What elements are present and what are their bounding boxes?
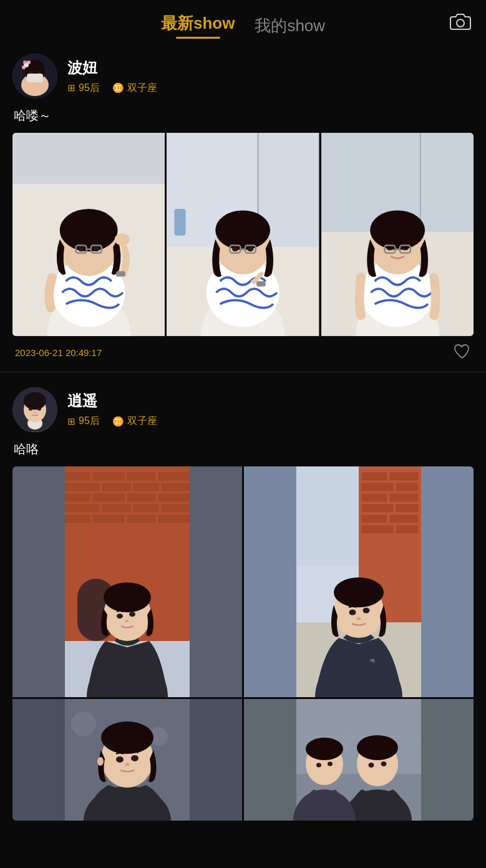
gemini-icon-1: ♊ xyxy=(112,82,124,94)
svg-point-158 xyxy=(328,761,333,766)
svg-rect-88 xyxy=(65,515,90,523)
post-card-2: 逍遥 ⊞ 95后 ♊ 双子座 哈咯 xyxy=(0,372,486,821)
photo-2-3[interactable] xyxy=(12,699,242,821)
svg-point-151 xyxy=(381,761,387,766)
svg-point-149 xyxy=(357,735,398,760)
svg-rect-109 xyxy=(362,494,387,501)
svg-rect-89 xyxy=(93,515,124,523)
caption-2: 哈咯 xyxy=(12,441,474,458)
svg-point-69 xyxy=(34,411,36,413)
cake-icon-2: ⊞ xyxy=(67,416,75,427)
username-2: 逍遥 xyxy=(67,391,157,411)
like-button-1[interactable] xyxy=(454,344,471,362)
svg-rect-46 xyxy=(175,209,186,236)
svg-rect-86 xyxy=(134,504,158,512)
caption-1: 哈喽～ xyxy=(12,107,474,124)
image-grid-2 xyxy=(12,466,474,821)
svg-point-98 xyxy=(104,582,151,612)
svg-point-0 xyxy=(457,19,464,27)
svg-rect-77 xyxy=(102,483,130,491)
svg-point-135 xyxy=(116,756,124,763)
svg-point-150 xyxy=(369,763,374,768)
svg-rect-80 xyxy=(65,494,90,501)
svg-point-12 xyxy=(27,60,31,64)
svg-rect-91 xyxy=(158,515,190,523)
photo-1-3[interactable] xyxy=(321,133,474,336)
svg-point-134 xyxy=(101,721,153,754)
photo-1-1[interactable] xyxy=(12,133,165,336)
tab-latest[interactable]: 最新show xyxy=(161,12,235,39)
svg-point-39 xyxy=(216,210,271,249)
svg-point-27 xyxy=(78,247,84,251)
tab-bar: 最新show 我的show xyxy=(161,12,325,39)
svg-rect-45 xyxy=(256,281,266,287)
svg-point-67 xyxy=(29,407,32,410)
svg-rect-73 xyxy=(93,473,124,480)
photo-1-2[interactable] xyxy=(167,133,319,336)
svg-rect-82 xyxy=(127,494,155,501)
svg-point-122 xyxy=(334,577,384,607)
user-info-1: 波妞 ⊞ 95后 ♊ 双子座 xyxy=(67,58,157,95)
avatar-1[interactable] xyxy=(12,54,57,99)
tab-mine[interactable]: 我的show xyxy=(255,15,325,37)
svg-point-157 xyxy=(316,763,321,767)
svg-point-136 xyxy=(131,755,139,761)
camera-button[interactable] xyxy=(450,12,471,32)
svg-rect-87 xyxy=(162,504,190,512)
user-row-2: 逍遥 ⊞ 95后 ♊ 双子座 xyxy=(12,387,474,432)
svg-point-156 xyxy=(306,738,343,760)
header: 最新show 我的show xyxy=(0,0,486,39)
user-meta-1: ⊞ 95后 ♊ 双子座 xyxy=(67,82,157,95)
heart-icon-1 xyxy=(454,344,471,360)
svg-rect-72 xyxy=(65,473,90,480)
svg-rect-8 xyxy=(27,74,43,82)
svg-rect-85 xyxy=(102,504,130,512)
user-meta-2: ⊞ 95后 ♊ 双子座 xyxy=(67,415,157,428)
timestamp-1: 2023-06-21 20:49:17 xyxy=(15,347,102,358)
svg-rect-83 xyxy=(158,494,190,501)
svg-rect-79 xyxy=(162,483,190,491)
user-row-1: 波妞 ⊞ 95后 ♊ 双子座 xyxy=(12,54,474,99)
svg-rect-29 xyxy=(116,271,125,277)
svg-rect-84 xyxy=(65,504,99,512)
svg-rect-75 xyxy=(158,473,190,480)
generation-2: ⊞ 95后 xyxy=(67,415,100,428)
svg-point-125 xyxy=(357,617,361,620)
svg-point-128 xyxy=(71,711,96,736)
svg-point-43 xyxy=(232,247,238,251)
svg-point-123 xyxy=(349,609,356,615)
svg-rect-108 xyxy=(396,483,418,491)
generation-1: ⊞ 95后 xyxy=(67,82,100,95)
photo-2-4[interactable] xyxy=(244,699,474,821)
user-info-2: 逍遥 ⊞ 95后 ♊ 双子座 xyxy=(67,391,157,428)
avatar-2[interactable] xyxy=(12,387,57,432)
svg-rect-116 xyxy=(396,526,418,533)
svg-rect-115 xyxy=(362,526,393,533)
svg-rect-17 xyxy=(12,133,165,184)
image-grid-1 xyxy=(12,133,474,336)
cake-icon-1: ⊞ xyxy=(67,82,75,94)
svg-point-11 xyxy=(23,60,27,64)
svg-point-44 xyxy=(248,247,254,251)
post-card-1: 波妞 ⊞ 95后 ♊ 双子座 哈喽～ xyxy=(0,39,486,372)
svg-rect-81 xyxy=(93,494,124,501)
svg-point-138 xyxy=(97,757,104,766)
username-1: 波妞 xyxy=(67,58,157,78)
svg-point-14 xyxy=(37,71,41,74)
svg-point-10 xyxy=(22,65,26,69)
zodiac-1: ♊ 双子座 xyxy=(112,82,157,95)
photo-2-2[interactable] xyxy=(244,466,474,697)
svg-rect-110 xyxy=(390,494,418,501)
svg-point-13 xyxy=(29,71,33,74)
svg-rect-76 xyxy=(65,483,99,491)
gemini-icon-2: ♊ xyxy=(112,416,124,427)
svg-point-22 xyxy=(60,209,118,251)
svg-point-99 xyxy=(117,614,123,619)
photo-2-1[interactable] xyxy=(12,466,242,697)
svg-rect-113 xyxy=(362,515,387,523)
svg-rect-105 xyxy=(362,473,387,480)
svg-point-137 xyxy=(125,763,130,766)
svg-point-28 xyxy=(93,247,99,251)
svg-point-55 xyxy=(370,210,425,249)
svg-rect-90 xyxy=(127,515,155,523)
